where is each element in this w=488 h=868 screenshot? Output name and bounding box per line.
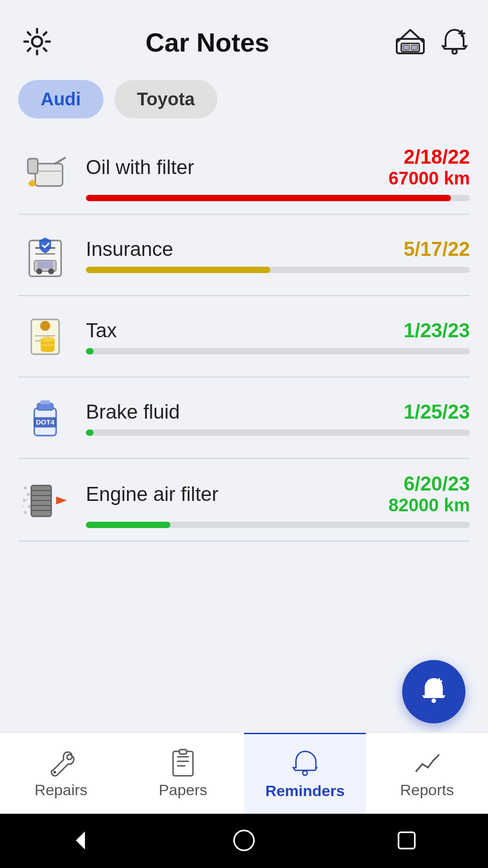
svg-rect-47 <box>179 750 187 754</box>
svg-point-45 <box>53 771 56 774</box>
svg-rect-46 <box>173 751 193 776</box>
svg-rect-8 <box>35 164 63 186</box>
nav-item-papers[interactable]: Papers <box>122 733 244 814</box>
reminder-name-insurance: Insurance <box>86 238 173 260</box>
recents-square-icon <box>394 828 419 853</box>
svg-text:DOT4: DOT4 <box>36 418 54 426</box>
header-icons <box>395 26 470 58</box>
reminder-name-air-filter: Engine air filter <box>86 483 218 505</box>
reminder-item-insurance[interactable]: Insurance 5/17/22 <box>0 215 488 283</box>
recents-button[interactable] <box>394 828 419 854</box>
reminder-item-tax[interactable]: Tax 1/23/23 <box>0 296 488 364</box>
progress-fill-brake <box>86 429 94 436</box>
reminder-item-air-filter[interactable]: Engine air filter 6/20/23 82000 km <box>0 459 488 528</box>
app-title: Car Notes <box>20 27 395 57</box>
reminders-list: Oil with filter 2/18/22 67000 km <box>0 132 488 646</box>
wrench-icon <box>47 748 75 777</box>
bell-icon <box>291 749 319 778</box>
progress-fill-tax <box>86 348 94 354</box>
tax-icon <box>18 310 72 364</box>
progress-bar-oil <box>86 195 470 201</box>
reminder-date-oil: 2/18/22 <box>404 146 470 168</box>
reminder-km-air-filter: 82000 km <box>389 495 470 515</box>
bottom-nav: Repairs Papers Reminders Reports <box>0 732 488 814</box>
reminder-name-brake: Brake fluid <box>86 401 180 423</box>
date-km-col-insurance: 5/17/22 <box>361 238 470 260</box>
svg-rect-24 <box>37 403 53 410</box>
svg-point-42 <box>432 698 436 703</box>
add-reminder-fab[interactable] <box>402 660 465 723</box>
svg-point-31 <box>28 505 31 508</box>
reminder-date-air-filter: 6/20/23 <box>404 472 470 495</box>
svg-point-5 <box>452 49 457 54</box>
car-tabs: Audi Toyota <box>0 75 488 132</box>
nav-label-repairs: Repairs <box>34 781 87 799</box>
date-km-col-brake: 1/25/23 <box>361 401 470 423</box>
brake-icon: DOT4 <box>18 391 72 445</box>
progress-bar-brake <box>86 429 470 436</box>
reminder-name-oil: Oil with filter <box>86 156 194 179</box>
add-reminder-header-button[interactable] <box>439 26 470 58</box>
svg-rect-25 <box>40 400 50 404</box>
progress-fill-insurance <box>86 267 270 273</box>
nav-label-reminders: Reminders <box>265 782 345 800</box>
svg-point-13 <box>36 269 42 274</box>
reminder-item-oil[interactable]: Oil with filter 2/18/22 67000 km <box>0 132 488 201</box>
svg-point-14 <box>48 269 54 274</box>
progress-fill-oil <box>86 195 451 201</box>
svg-rect-3 <box>403 45 409 50</box>
svg-marker-49 <box>76 831 85 849</box>
divider-5 <box>18 541 470 542</box>
svg-point-10 <box>28 180 37 186</box>
svg-rect-4 <box>411 45 418 50</box>
svg-rect-9 <box>28 159 38 174</box>
car-garage-icon <box>395 26 426 57</box>
nav-item-reminders[interactable]: Reminders <box>244 733 366 814</box>
home-button[interactable] <box>231 828 257 854</box>
svg-point-29 <box>27 493 30 496</box>
reminder-item-brake[interactable]: DOT4 Brake fluid 1/25/23 <box>0 377 488 445</box>
papers-icon <box>169 748 197 777</box>
car-garage-button[interactable] <box>395 26 426 58</box>
header: Car Notes <box>0 0 488 75</box>
fab-bell-plus-icon <box>416 674 452 710</box>
insurance-icon <box>18 228 72 283</box>
nav-item-reports[interactable]: Reports <box>366 733 488 814</box>
svg-point-28 <box>24 486 27 490</box>
svg-point-48 <box>303 771 307 775</box>
reminder-content-oil: Oil with filter 2/18/22 67000 km <box>86 146 470 201</box>
fab-container <box>0 646 488 732</box>
tab-toyota[interactable]: Toyota <box>114 80 217 118</box>
svg-point-34 <box>26 498 28 500</box>
reminder-content-air-filter: Engine air filter 6/20/23 82000 km <box>86 472 470 528</box>
svg-marker-41 <box>56 496 67 505</box>
svg-point-32 <box>24 511 27 514</box>
back-arrow-icon <box>69 828 94 853</box>
reminder-content-insurance: Insurance 5/17/22 <box>86 238 470 273</box>
nav-label-papers: Papers <box>159 781 207 799</box>
home-circle-icon <box>231 828 257 853</box>
nav-label-reports: Reports <box>400 781 454 799</box>
date-km-col-oil: 2/18/22 67000 km <box>361 146 470 189</box>
svg-point-22 <box>41 337 55 342</box>
system-nav <box>0 814 488 868</box>
progress-fill-air-filter <box>86 522 170 528</box>
reminder-name-tax: Tax <box>86 319 117 342</box>
reminder-content-brake: Brake fluid 1/25/23 <box>86 401 470 436</box>
progress-bar-air-filter <box>86 522 470 528</box>
nav-item-repairs[interactable]: Repairs <box>0 733 122 814</box>
reminder-content-tax: Tax 1/23/23 <box>86 319 470 354</box>
add-bell-icon <box>439 26 470 57</box>
reminder-date-insurance: 5/17/22 <box>404 238 470 260</box>
back-button[interactable] <box>69 828 94 854</box>
reminder-km-oil: 67000 km <box>389 168 470 189</box>
svg-point-33 <box>22 505 24 507</box>
svg-point-17 <box>40 321 50 331</box>
tab-audi[interactable]: Audi <box>18 80 103 118</box>
svg-rect-51 <box>399 832 415 849</box>
progress-bar-tax <box>86 348 470 354</box>
date-km-col-air-filter: 6/20/23 82000 km <box>361 472 470 515</box>
date-km-col-tax: 1/23/23 <box>361 319 470 342</box>
reminder-date-tax: 1/23/23 <box>404 319 470 342</box>
svg-point-30 <box>23 499 26 502</box>
